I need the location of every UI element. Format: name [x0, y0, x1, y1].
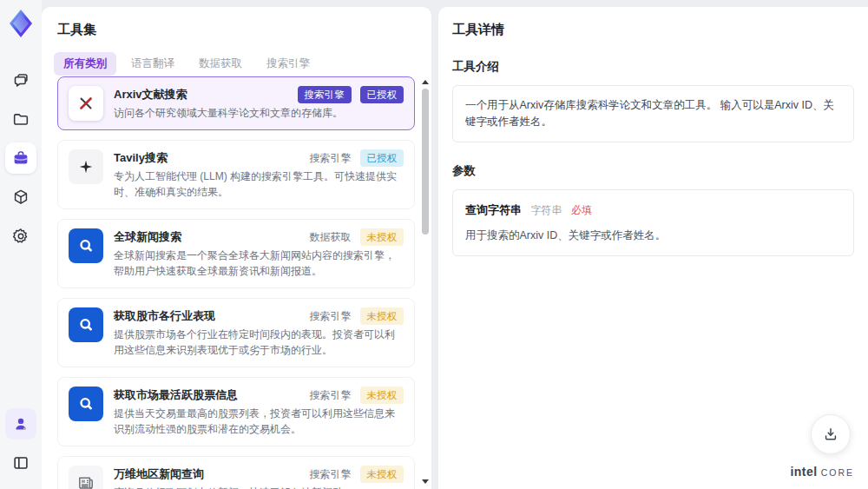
tool-description: 访问各个研究领域大量科学论文和文章的存储库。: [114, 105, 404, 121]
tab-language-translation[interactable]: 语言翻译: [122, 52, 184, 76]
parameter-type: 字符串: [530, 204, 562, 216]
tool-card-active-stocks[interactable]: 获取市场最活跃股票信息 提供当天交易量最高的股票列表，投资者可以利用这些信息来识…: [57, 377, 415, 446]
parameter-description: 用于搜索的Arxiv ID、关键字或作者姓名。: [465, 228, 841, 244]
tool-auth-badge: 已授权: [360, 86, 404, 103]
tab-data-fetch[interactable]: 数据获取: [189, 52, 252, 76]
parameter-header: 查询字符串 字符串 必填: [465, 202, 841, 219]
tool-description: 全球新闻搜索是一个聚合全球各大新闻网站内容的搜索引擎，帮助用户快速获取全球最新资…: [114, 248, 404, 279]
params-heading: 参数: [452, 163, 854, 179]
tool-auth-badge: 未授权: [360, 228, 404, 246]
tool-card-regional-news[interactable]: 万维地区新闻查询 查询具体行政区划内的新闻，快速了解各地新闻动 搜索引擎 未授权: [57, 456, 415, 489]
panel-toggle-icon[interactable]: [5, 447, 36, 479]
list-scrollbar[interactable]: [421, 80, 430, 484]
stock-search-icon: [69, 307, 103, 342]
news-search-icon: [69, 228, 103, 263]
briefcase-icon[interactable]: [5, 142, 36, 174]
download-icon: [822, 426, 839, 443]
tab-all-categories[interactable]: 所有类别: [54, 52, 116, 76]
tab-search-engine[interactable]: 搜索引擎: [257, 52, 319, 76]
tool-category-label: 搜索引擎: [310, 467, 352, 482]
tool-category-badge: 搜索引擎: [298, 86, 352, 103]
tool-description: 提供当天交易量最高的股票列表，投资者可以利用这些信息来识别流动性强的股票和潜在的…: [114, 406, 404, 437]
page-title: 工具集: [57, 22, 431, 38]
tool-card-global-news[interactable]: 全球新闻搜索 全球新闻搜索是一个聚合全球各大新闻网站内容的搜索引擎，帮助用户快速…: [57, 219, 415, 288]
gem-logo-icon: [7, 9, 35, 38]
intel-core-logo: intel CORE: [790, 465, 854, 479]
tool-description: 专为人工智能代理 (LLM) 构建的搜索引擎工具。可快速提供实时、准确和真实的结…: [114, 169, 404, 200]
tool-category-label: 搜索引擎: [310, 388, 352, 403]
tool-card-stock-sector[interactable]: 获取股市各行业表现 提供股票市场各个行业在特定时间段内的表现。投资者可以利用这些…: [57, 298, 415, 367]
folder-icon[interactable]: [5, 103, 36, 135]
intro-heading: 工具介绍: [452, 59, 854, 75]
scrollbar-thumb[interactable]: [422, 89, 429, 235]
tool-auth-badge: 未授权: [360, 387, 404, 404]
arxiv-logo-icon: [69, 86, 103, 121]
tool-category-label: 搜索引擎: [310, 309, 352, 324]
sidebar-rail: [0, 0, 42, 489]
parameter-name: 查询字符串: [465, 203, 522, 216]
tool-auth-badge: 已授权: [360, 149, 404, 167]
tool-list: Arxiv文献搜索 访问各个研究领域大量科学论文和文章的存储库。 搜索引擎 已授…: [42, 76, 431, 489]
download-button[interactable]: [811, 414, 851, 454]
tool-auth-badge: 未授权: [360, 307, 404, 325]
intel-logo-text: intel: [790, 465, 817, 479]
user-avatar-icon[interactable]: [5, 408, 36, 439]
tool-category-label: 搜索引擎: [310, 151, 352, 166]
tool-card-tavily[interactable]: Tavily搜索 专为人工智能代理 (LLM) 构建的搜索引擎工具。可快速提供实…: [57, 140, 415, 209]
chat-icon[interactable]: [5, 64, 36, 96]
tool-list-panel: 工具集 所有类别 语言翻译 数据获取 搜索引擎 A: [42, 7, 431, 489]
intro-text-box: 一个用于从Arxiv存储库搜索科学论文和文章的工具。 输入可以是Arxiv ID…: [452, 85, 854, 142]
gear-icon[interactable]: [5, 221, 36, 252]
parameter-box: 查询字符串 字符串 必填 用于搜索的Arxiv ID、关键字或作者姓名。: [452, 189, 854, 256]
scroll-down-arrow-icon[interactable]: [422, 479, 429, 484]
tool-description: 提供股票市场各个行业在特定时间段内的表现。投资者可以利用这些信息来识别表现优于或…: [114, 327, 404, 358]
details-title: 工具详情: [452, 22, 854, 38]
cube-icon[interactable]: [5, 182, 36, 213]
tool-card-arxiv[interactable]: Arxiv文献搜索 访问各个研究领域大量科学论文和文章的存储库。 搜索引擎 已授…: [57, 76, 415, 130]
scroll-up-arrow-icon[interactable]: [422, 80, 429, 84]
stock-search-icon: [69, 387, 103, 421]
tool-description: 查询具体行政区划内的新闻，快速了解各地新闻动: [114, 485, 404, 489]
tavily-star-icon: [69, 149, 103, 184]
tool-details-panel: 工具详情 工具介绍 一个用于从Arxiv存储库搜索科学论文和文章的工具。 输入可…: [438, 7, 868, 489]
app-window: 工具集 所有类别 语言翻译 数据获取 搜索引擎 A: [0, 0, 868, 489]
content-area: 工具集 所有类别 语言翻译 数据获取 搜索引擎 A: [42, 0, 868, 489]
tool-auth-badge: 未授权: [360, 466, 404, 483]
category-tabs: 所有类别 语言翻译 数据获取 搜索引擎: [54, 52, 431, 76]
core-logo-text: CORE: [821, 467, 854, 478]
tool-category-label: 数据获取: [310, 230, 352, 245]
newspaper-icon: [69, 466, 103, 489]
parameter-required-badge: 必填: [571, 204, 592, 216]
